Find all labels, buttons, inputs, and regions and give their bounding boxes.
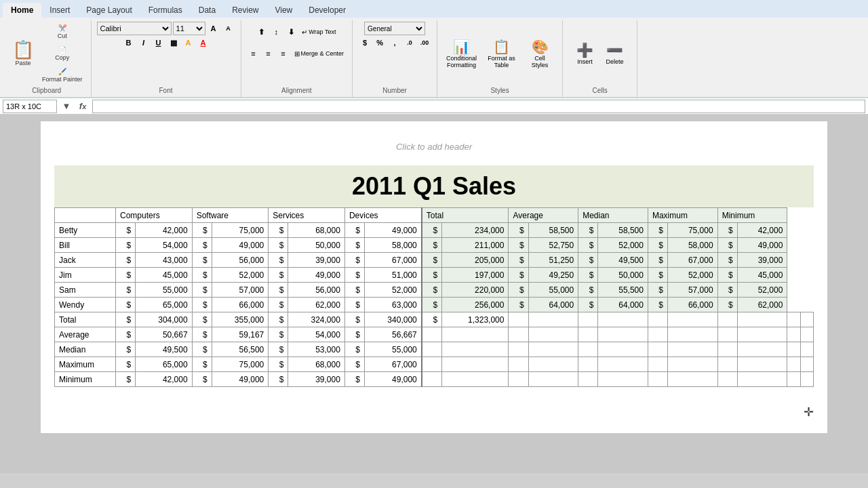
table-cell-value[interactable]: 75,000	[212, 223, 268, 238]
table-cell-value[interactable]: 49,000	[365, 372, 422, 387]
table-cell-value[interactable]: 211,000	[442, 238, 509, 253]
table-cell-value[interactable]: 1,323,000	[442, 312, 509, 327]
table-cell-dollar[interactable]: $	[192, 268, 212, 283]
table-cell-value[interactable]: 52,000	[737, 283, 787, 298]
table-cell-dollar[interactable]: $	[192, 327, 212, 342]
table-cell[interactable]	[422, 357, 442, 372]
table-cell[interactable]	[800, 342, 813, 357]
table-cell-dollar[interactable]: $	[269, 357, 288, 372]
table-cell-value[interactable]: 42,000	[136, 372, 192, 387]
table-cell-value[interactable]: 58,500	[528, 223, 578, 238]
table-cell-value[interactable]: 234,000	[442, 223, 509, 238]
table-cell-value[interactable]: 55,500	[598, 283, 648, 298]
table-cell-dollar[interactable]: $	[269, 268, 288, 283]
table-cell-dollar[interactable]: $	[269, 298, 288, 312]
decrease-decimal-button[interactable]: .00	[418, 37, 431, 49]
table-cell-dollar[interactable]: $	[344, 238, 364, 253]
table-cell-dollar[interactable]: $	[648, 253, 667, 268]
table-cell[interactable]	[717, 327, 737, 342]
table-cell[interactable]	[509, 327, 528, 342]
summary-label[interactable]: Maximum	[55, 357, 116, 372]
row-label[interactable]: Betty	[55, 223, 116, 238]
insert-button[interactable]: ➕ Insert	[572, 35, 599, 73]
table-cell-dollar[interactable]: $	[717, 223, 737, 238]
summary-label[interactable]: Average	[55, 327, 116, 342]
table-cell-dollar[interactable]: $	[116, 327, 136, 342]
table-cell-dollar[interactable]: $	[509, 253, 528, 268]
decrease-font-button[interactable]: A	[222, 22, 235, 35]
table-cell-value[interactable]: 64,000	[598, 298, 648, 312]
table-cell-value[interactable]: 52,000	[212, 268, 268, 283]
table-cell-dollar[interactable]: $	[578, 223, 598, 238]
table-cell-value[interactable]: 75,000	[212, 357, 268, 372]
tab-formulas[interactable]: Formulas	[140, 3, 191, 18]
table-cell-dollar[interactable]: $	[422, 223, 442, 238]
table-cell-value[interactable]: 65,000	[136, 357, 192, 372]
table-cell-value[interactable]: 56,000	[212, 253, 268, 268]
table-cell-dollar[interactable]: $	[344, 342, 364, 357]
formula-expand-icon[interactable]: ▼	[60, 100, 73, 113]
table-cell-value[interactable]: 52,000	[668, 268, 718, 283]
tab-data[interactable]: Data	[191, 3, 224, 18]
wrap-text-button[interactable]: ↵ Wrap Text	[299, 22, 338, 42]
table-cell[interactable]	[509, 372, 528, 387]
table-cell-value[interactable]: 43,000	[136, 253, 192, 268]
table-cell[interactable]	[648, 357, 667, 372]
table-cell[interactable]	[668, 312, 718, 327]
tab-home[interactable]: Home	[3, 3, 41, 18]
header-placeholder[interactable]: Click to add header	[54, 135, 814, 159]
table-cell-value[interactable]: 62,000	[288, 298, 344, 312]
table-cell-dollar[interactable]: $	[578, 298, 598, 312]
table-cell-value[interactable]: 50,000	[288, 238, 344, 253]
table-cell[interactable]	[422, 372, 442, 387]
function-icon[interactable]: fx	[76, 100, 90, 113]
row-label[interactable]: Jack	[55, 253, 116, 268]
table-cell-dollar[interactable]: $	[116, 283, 136, 298]
table-cell-dollar[interactable]: $	[422, 283, 442, 298]
table-cell[interactable]	[648, 327, 667, 342]
conditional-formatting-button[interactable]: 📊 Conditional Formatting	[443, 35, 480, 73]
font-size-select[interactable]: 11	[173, 22, 205, 35]
table-cell-value[interactable]: 220,000	[442, 283, 509, 298]
table-cell-dollar[interactable]: $	[422, 268, 442, 283]
underline-button[interactable]: U	[152, 37, 165, 49]
table-cell[interactable]	[737, 357, 787, 372]
table-cell-dollar[interactable]: $	[192, 342, 212, 357]
table-cell[interactable]	[737, 327, 787, 342]
table-cell-value[interactable]: 57,000	[212, 283, 268, 298]
table-cell-dollar[interactable]: $	[269, 372, 288, 387]
font-name-select[interactable]: Calibri	[97, 22, 172, 35]
table-cell-value[interactable]: 58,000	[668, 238, 718, 253]
table-cell-dollar[interactable]: $	[269, 253, 288, 268]
summary-label[interactable]: Total	[55, 312, 116, 327]
table-cell-dollar[interactable]: $	[422, 298, 442, 312]
table-cell-value[interactable]: 39,000	[737, 253, 787, 268]
row-label[interactable]: Sam	[55, 283, 116, 298]
table-cell-dollar[interactable]: $	[344, 312, 364, 327]
table-cell-dollar[interactable]: $	[422, 238, 442, 253]
tab-insert[interactable]: Insert	[41, 3, 78, 18]
table-cell[interactable]	[422, 342, 442, 357]
table-cell-value[interactable]: 63,000	[365, 298, 422, 312]
table-cell-dollar[interactable]: $	[509, 238, 528, 253]
tab-developer[interactable]: Developer	[300, 3, 354, 18]
table-cell-dollar[interactable]: $	[269, 327, 288, 342]
table-cell-dollar[interactable]: $	[192, 283, 212, 298]
table-cell-dollar[interactable]: $	[192, 238, 212, 253]
tab-review[interactable]: Review	[224, 3, 267, 18]
table-cell-value[interactable]: 49,000	[212, 372, 268, 387]
comma-button[interactable]: ,	[388, 37, 401, 49]
align-middle-button[interactable]: ↕	[269, 26, 283, 38]
cell-styles-button[interactable]: 🎨 Cell Styles	[523, 35, 557, 73]
table-cell[interactable]	[668, 372, 718, 387]
table-cell-value[interactable]: 45,000	[737, 268, 787, 283]
table-cell-dollar[interactable]: $	[509, 283, 528, 298]
table-cell-value[interactable]: 340,000	[365, 312, 422, 327]
table-cell-value[interactable]: 53,000	[288, 342, 344, 357]
table-cell[interactable]	[668, 357, 718, 372]
table-cell[interactable]	[578, 372, 598, 387]
table-cell[interactable]	[509, 312, 528, 327]
table-cell-value[interactable]: 51,000	[365, 268, 422, 283]
table-cell-value[interactable]: 59,167	[212, 327, 268, 342]
table-cell[interactable]	[442, 372, 509, 387]
